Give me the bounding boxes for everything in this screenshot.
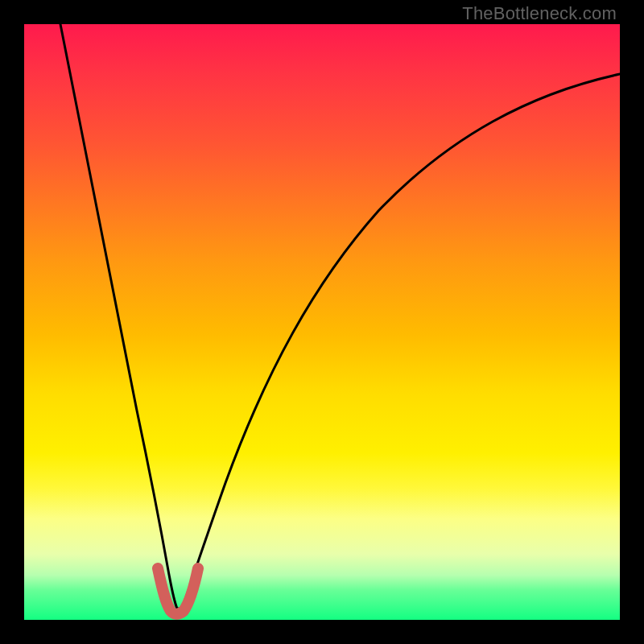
chart-frame: TheBottleneck.com [0,0,644,644]
highlight-valley [158,568,198,614]
bottleneck-curve [60,24,620,609]
watermark-text: TheBottleneck.com [462,3,617,24]
chart-svg [24,24,620,620]
plot-area [24,24,620,620]
